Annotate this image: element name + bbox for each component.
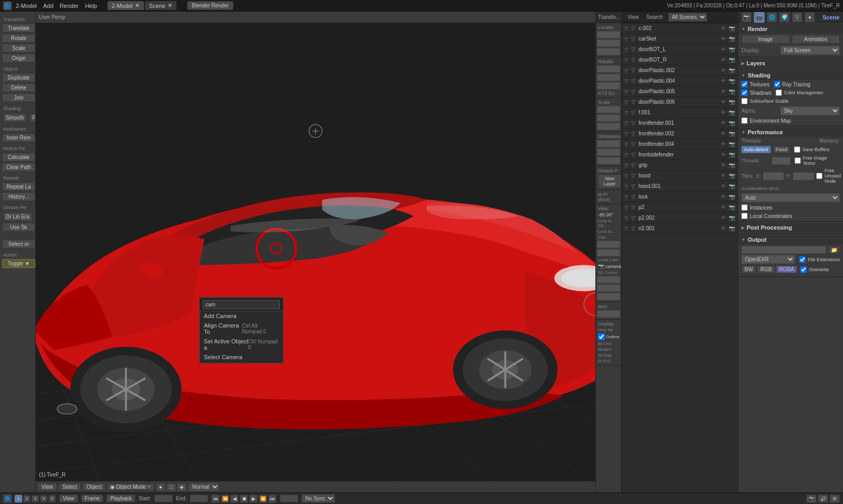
status-icon-3[interactable]: ⚙: [829, 495, 840, 503]
layer-1[interactable]: 1: [15, 495, 22, 502]
textures-checkbox[interactable]: [741, 81, 748, 87]
history-btn[interactable]: History...: [2, 192, 35, 201]
save-buffers-checkbox[interactable]: [794, 146, 800, 153]
outliner-item-f001[interactable]: ▽ ▽ f.001 👁 📷: [622, 107, 738, 118]
vp-view-btn[interactable]: View: [38, 483, 57, 491]
op-vis[interactable]: 👁: [720, 57, 727, 63]
bw-btn[interactable]: BW: [741, 265, 756, 273]
material-properties-icon[interactable]: ●: [805, 12, 815, 23]
op-render[interactable]: 📷: [728, 88, 736, 94]
viewport-area[interactable]: Add Camera Align Camera To Ctrl Alt Nump…: [36, 23, 595, 481]
context-menu-item-set-active[interactable]: Set Active Object a Ctrl Numpad 0: [200, 337, 283, 352]
op-render[interactable]: 📷: [728, 152, 736, 157]
render-properties-icon[interactable]: 🎬: [754, 12, 764, 23]
solid-mode-btn[interactable]: ●: [156, 483, 165, 491]
instances-checkbox[interactable]: [741, 204, 748, 211]
use-sk-btn[interactable]: Use Sk: [2, 223, 35, 232]
op-vis[interactable]: 👁: [720, 225, 727, 231]
shading-section-title[interactable]: ▼ Shading: [738, 71, 843, 80]
render-image-btn[interactable]: Image: [741, 35, 790, 44]
normal-select[interactable]: Normal: [189, 482, 220, 491]
world-properties-icon[interactable]: 🌍: [779, 12, 790, 23]
clip-near-input[interactable]: -0.010°: [597, 241, 620, 248]
menu-add[interactable]: Add: [43, 3, 54, 9]
object-properties-icon[interactable]: ▽: [792, 12, 802, 23]
translate-btn[interactable]: Translate: [2, 24, 35, 33]
prev-frame-btn[interactable]: ⏪: [221, 495, 229, 503]
op-render[interactable]: 📷: [728, 162, 736, 168]
dim-x-input[interactable]: 2.959: [597, 140, 620, 147]
play-back-btn[interactable]: ◀: [230, 495, 239, 503]
op-render[interactable]: 📷: [728, 99, 736, 105]
calculate-btn[interactable]: Calculate: [2, 153, 35, 162]
status-icon-1[interactable]: 📷: [806, 495, 817, 503]
rot-z-input[interactable]: 0°: [597, 82, 620, 90]
cursor-x-input[interactable]: -4.903°: [597, 276, 620, 283]
ray-tracing-checkbox[interactable]: [774, 81, 780, 87]
scale-btn[interactable]: Scale: [2, 44, 35, 53]
view-btn[interactable]: View: [59, 495, 78, 502]
context-menu-item-align-camera[interactable]: Align Camera To Ctrl Alt Numpad 0: [200, 321, 283, 337]
rendered-mode-btn[interactable]: ◈: [177, 483, 187, 491]
op-vis[interactable]: 👁: [720, 110, 727, 115]
sync-select[interactable]: No Sync: [301, 494, 335, 503]
dim-y-input[interactable]: 6.883: [597, 149, 620, 156]
clear-path-btn[interactable]: Clear Path: [2, 163, 35, 172]
op-vis[interactable]: 👁: [720, 215, 727, 221]
dim-z-input[interactable]: -6.806: [597, 157, 620, 164]
start-frame-input[interactable]: 1: [154, 495, 173, 502]
toggle-btn[interactable]: Toggle ▼: [2, 259, 35, 268]
outliner-search-btn[interactable]: Search: [644, 14, 665, 21]
scale-z-input[interactable]: -1.0°: [597, 123, 620, 130]
op-render[interactable]: 📷: [728, 78, 736, 84]
status-icon-2[interactable]: 🔊: [818, 495, 828, 503]
outliner-item-doorplastic006[interactable]: ▽ ▽ doorPlastic.006 👁 📷: [622, 97, 738, 107]
op-render[interactable]: 📷: [728, 194, 736, 200]
repeat-last-btn[interactable]: Repeat La: [2, 182, 35, 191]
file-ext-checkbox[interactable]: [799, 256, 806, 263]
rot-x-input[interactable]: 0°: [597, 65, 620, 73]
item-name-input[interactable]: ef_R: [597, 310, 620, 318]
origin-btn[interactable]: Origin: [2, 54, 35, 63]
loc-z-input[interactable]: -9.3°: [597, 48, 620, 55]
layer-4[interactable]: 4: [40, 495, 47, 502]
op-vis[interactable]: 👁: [720, 88, 727, 94]
playback-btn[interactable]: Playback: [106, 495, 135, 502]
env-map-checkbox[interactable]: [741, 117, 748, 124]
outliner-item-lock[interactable]: ▽ ▽ lock 👁 📷: [622, 192, 738, 202]
outline-checkbox[interactable]: [598, 333, 605, 340]
output-path-input[interactable]: /tmp/: [741, 246, 826, 254]
op-vis[interactable]: 👁: [720, 141, 727, 147]
op-render[interactable]: 📷: [728, 183, 736, 189]
op-render[interactable]: 📷: [728, 46, 736, 52]
outliner-item-frontsidefender[interactable]: ▽ ▽ frontsidefender 👁 📷: [622, 150, 738, 160]
camera-properties-icon[interactable]: 📷: [741, 12, 752, 23]
outliner-item-hood[interactable]: ▽ ▽ hood 👁 📷: [622, 171, 738, 181]
post-processing-title[interactable]: ▶ Post Processing: [738, 223, 843, 232]
performance-section-title[interactable]: ▼ Performance: [738, 127, 843, 137]
outliner-item-doorbot-l[interactable]: ▽ ▽ doorBOT_L 👁 📷: [622, 44, 738, 55]
play-btn[interactable]: ▶: [249, 495, 258, 503]
outliner-item-carskel[interactable]: ▽ ▽ carSkel 👁 📷: [622, 34, 738, 44]
alpha-select[interactable]: Sky: [780, 106, 840, 115]
op-render[interactable]: 📷: [728, 141, 736, 147]
op-render[interactable]: 📷: [728, 110, 736, 115]
mode-selector[interactable]: ◉ Object Mode ▼: [107, 483, 154, 490]
outliner-item-grip[interactable]: ▽ ▽ grip 👁 📷: [622, 160, 738, 171]
free-unused-checkbox[interactable]: [816, 173, 822, 179]
context-menu-item-select-camera[interactable]: Select Camera: [200, 352, 283, 362]
menu-file[interactable]: 2-Model: [16, 3, 37, 9]
op-vis[interactable]: 👁: [720, 194, 727, 200]
render-engine-select[interactable]: Blender Render: [187, 1, 233, 10]
op-vis[interactable]: 👁: [720, 67, 727, 73]
rgb-btn[interactable]: RGB: [757, 265, 775, 273]
insert-rem-btn[interactable]: Inser Rem: [2, 133, 35, 142]
skip-back-btn[interactable]: ⏮: [211, 495, 220, 503]
tiles-y-input[interactable]: 4: [793, 172, 814, 180]
skip-fwd-btn[interactable]: ⏭: [268, 495, 277, 503]
local-coord-checkbox[interactable]: [741, 213, 748, 219]
overwrite-checkbox[interactable]: [800, 266, 807, 273]
vp-select-btn[interactable]: Select: [59, 483, 81, 491]
op-render[interactable]: 📷: [728, 173, 736, 179]
outliner-item-frontfender001[interactable]: ▽ ▽ frontfender.001 👁 📷: [622, 118, 738, 129]
